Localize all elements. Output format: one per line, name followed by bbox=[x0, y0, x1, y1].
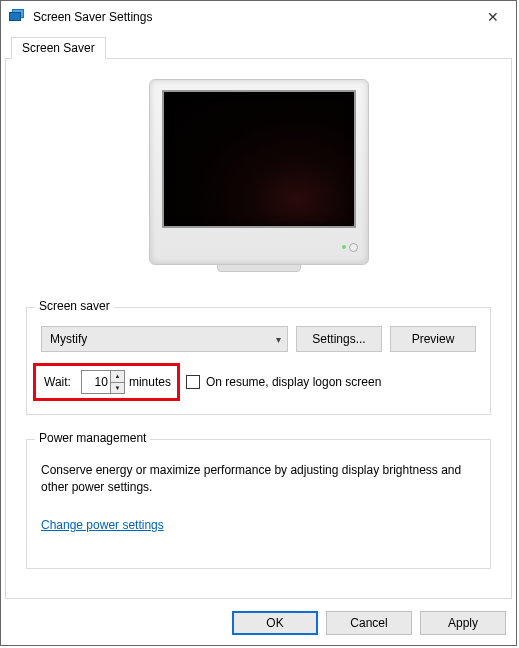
screensaver-group: Screen saver Mystify ▾ Settings... Previ… bbox=[26, 307, 491, 415]
wait-row: Wait: ▲ ▼ minutes On resume, display log… bbox=[33, 362, 476, 402]
ok-button[interactable]: OK bbox=[232, 611, 318, 635]
wait-spinner[interactable]: ▲ ▼ bbox=[81, 370, 125, 394]
cancel-button[interactable]: Cancel bbox=[326, 611, 412, 635]
wait-unit: minutes bbox=[129, 375, 171, 389]
power-text: Conserve energy or maximize performance … bbox=[41, 462, 476, 497]
monitor-power-icon bbox=[349, 243, 358, 252]
screensaver-select-value: Mystify bbox=[50, 332, 87, 346]
resume-label: On resume, display logon screen bbox=[206, 375, 381, 389]
monitor-preview bbox=[149, 79, 369, 265]
power-group: Power management Conserve energy or maxi… bbox=[26, 439, 491, 569]
spinner-down-button[interactable]: ▼ bbox=[111, 383, 124, 394]
screensaver-select[interactable]: Mystify ▾ bbox=[41, 326, 288, 352]
screensaver-legend: Screen saver bbox=[35, 299, 114, 313]
wait-label: Wait: bbox=[44, 375, 71, 389]
monitor-led-icon bbox=[342, 245, 346, 249]
preview-button[interactable]: Preview bbox=[390, 326, 476, 352]
power-legend: Power management bbox=[35, 431, 150, 445]
spinner-up-button[interactable]: ▲ bbox=[111, 371, 124, 383]
preview-area bbox=[6, 79, 511, 279]
tab-screensaver[interactable]: Screen Saver bbox=[11, 37, 106, 59]
wait-highlight: Wait: ▲ ▼ minutes bbox=[33, 363, 180, 401]
change-power-settings-link[interactable]: Change power settings bbox=[41, 518, 164, 532]
monitor-stand bbox=[217, 264, 301, 272]
titlebar: Screen Saver Settings ✕ bbox=[1, 1, 516, 33]
window-title: Screen Saver Settings bbox=[33, 10, 470, 24]
spinner-arrows: ▲ ▼ bbox=[110, 371, 124, 393]
screensaver-row: Mystify ▾ Settings... Preview bbox=[41, 326, 476, 352]
tab-label: Screen Saver bbox=[22, 41, 95, 55]
tab-panel: Screen saver Mystify ▾ Settings... Previ… bbox=[5, 58, 512, 599]
screensaver-settings-window: Screen Saver Settings ✕ Screen Saver Scr… bbox=[0, 0, 517, 646]
close-button[interactable]: ✕ bbox=[470, 1, 516, 33]
close-icon: ✕ bbox=[487, 9, 499, 25]
app-icon bbox=[9, 9, 25, 25]
wait-input[interactable] bbox=[82, 371, 110, 393]
client-area: Screen Saver Screen saver Mystify ▾ bbox=[1, 33, 516, 645]
chevron-down-icon: ▾ bbox=[276, 334, 281, 345]
apply-button[interactable]: Apply bbox=[420, 611, 506, 635]
dialog-buttons: OK Cancel Apply bbox=[232, 611, 506, 635]
resume-checkbox[interactable] bbox=[186, 375, 200, 389]
monitor-screen bbox=[162, 90, 356, 228]
settings-button[interactable]: Settings... bbox=[296, 326, 382, 352]
